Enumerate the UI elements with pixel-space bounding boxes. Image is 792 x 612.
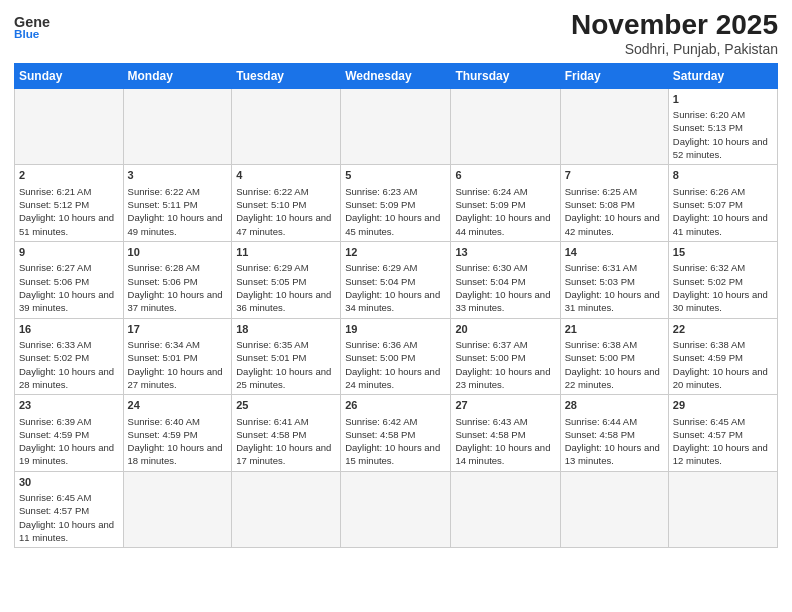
day-number: 11 — [236, 245, 336, 260]
day-number: 5 — [345, 168, 446, 183]
day-number: 21 — [565, 322, 664, 337]
day-number: 3 — [128, 168, 228, 183]
calendar-day: 5Sunrise: 6:23 AM Sunset: 5:09 PM Daylig… — [341, 165, 451, 242]
calendar-day — [232, 471, 341, 548]
day-number: 8 — [673, 168, 773, 183]
col-thursday: Thursday — [451, 63, 560, 88]
day-info: Sunrise: 6:43 AM Sunset: 4:58 PM Dayligh… — [455, 415, 555, 468]
calendar-day — [15, 88, 124, 165]
calendar-day — [341, 471, 451, 548]
day-info: Sunrise: 6:39 AM Sunset: 4:59 PM Dayligh… — [19, 415, 119, 468]
day-number: 28 — [565, 398, 664, 413]
day-number: 20 — [455, 322, 555, 337]
day-info: Sunrise: 6:24 AM Sunset: 5:09 PM Dayligh… — [455, 185, 555, 238]
day-info: Sunrise: 6:22 AM Sunset: 5:10 PM Dayligh… — [236, 185, 336, 238]
calendar-header-row: Sunday Monday Tuesday Wednesday Thursday… — [15, 63, 778, 88]
title-block: November 2025 Sodhri, Punjab, Pakistan — [571, 10, 778, 57]
calendar-week-row: 2Sunrise: 6:21 AM Sunset: 5:12 PM Daylig… — [15, 165, 778, 242]
day-number: 10 — [128, 245, 228, 260]
day-number: 16 — [19, 322, 119, 337]
calendar-day — [451, 88, 560, 165]
calendar-week-row: 30Sunrise: 6:45 AM Sunset: 4:57 PM Dayli… — [15, 471, 778, 548]
calendar-day: 12Sunrise: 6:29 AM Sunset: 5:04 PM Dayli… — [341, 241, 451, 318]
calendar-day: 27Sunrise: 6:43 AM Sunset: 4:58 PM Dayli… — [451, 395, 560, 472]
calendar-day: 29Sunrise: 6:45 AM Sunset: 4:57 PM Dayli… — [668, 395, 777, 472]
day-info: Sunrise: 6:29 AM Sunset: 5:05 PM Dayligh… — [236, 261, 336, 314]
day-number: 25 — [236, 398, 336, 413]
calendar-day: 24Sunrise: 6:40 AM Sunset: 4:59 PM Dayli… — [123, 395, 232, 472]
day-info: Sunrise: 6:38 AM Sunset: 4:59 PM Dayligh… — [673, 338, 773, 391]
calendar-day: 26Sunrise: 6:42 AM Sunset: 4:58 PM Dayli… — [341, 395, 451, 472]
day-info: Sunrise: 6:22 AM Sunset: 5:11 PM Dayligh… — [128, 185, 228, 238]
day-number: 19 — [345, 322, 446, 337]
day-info: Sunrise: 6:21 AM Sunset: 5:12 PM Dayligh… — [19, 185, 119, 238]
day-info: Sunrise: 6:36 AM Sunset: 5:00 PM Dayligh… — [345, 338, 446, 391]
calendar-day — [560, 471, 668, 548]
svg-text:Blue: Blue — [14, 27, 40, 40]
col-friday: Friday — [560, 63, 668, 88]
calendar-day: 22Sunrise: 6:38 AM Sunset: 4:59 PM Dayli… — [668, 318, 777, 395]
calendar-day: 20Sunrise: 6:37 AM Sunset: 5:00 PM Dayli… — [451, 318, 560, 395]
day-info: Sunrise: 6:45 AM Sunset: 4:57 PM Dayligh… — [19, 491, 119, 544]
col-wednesday: Wednesday — [341, 63, 451, 88]
col-sunday: Sunday — [15, 63, 124, 88]
day-info: Sunrise: 6:41 AM Sunset: 4:58 PM Dayligh… — [236, 415, 336, 468]
calendar-day — [232, 88, 341, 165]
day-number: 2 — [19, 168, 119, 183]
day-info: Sunrise: 6:37 AM Sunset: 5:00 PM Dayligh… — [455, 338, 555, 391]
col-saturday: Saturday — [668, 63, 777, 88]
day-number: 6 — [455, 168, 555, 183]
calendar-day — [451, 471, 560, 548]
location: Sodhri, Punjab, Pakistan — [571, 41, 778, 57]
day-info: Sunrise: 6:35 AM Sunset: 5:01 PM Dayligh… — [236, 338, 336, 391]
day-number: 4 — [236, 168, 336, 183]
page: General Blue November 2025 Sodhri, Punja… — [0, 0, 792, 612]
calendar-week-row: 1Sunrise: 6:20 AM Sunset: 5:13 PM Daylig… — [15, 88, 778, 165]
day-info: Sunrise: 6:40 AM Sunset: 4:59 PM Dayligh… — [128, 415, 228, 468]
calendar-week-row: 23Sunrise: 6:39 AM Sunset: 4:59 PM Dayli… — [15, 395, 778, 472]
calendar-day: 16Sunrise: 6:33 AM Sunset: 5:02 PM Dayli… — [15, 318, 124, 395]
day-info: Sunrise: 6:25 AM Sunset: 5:08 PM Dayligh… — [565, 185, 664, 238]
month-year: November 2025 — [571, 10, 778, 41]
day-number: 13 — [455, 245, 555, 260]
calendar-day — [123, 88, 232, 165]
calendar-day: 25Sunrise: 6:41 AM Sunset: 4:58 PM Dayli… — [232, 395, 341, 472]
calendar-day: 8Sunrise: 6:26 AM Sunset: 5:07 PM Daylig… — [668, 165, 777, 242]
day-info: Sunrise: 6:31 AM Sunset: 5:03 PM Dayligh… — [565, 261, 664, 314]
day-info: Sunrise: 6:26 AM Sunset: 5:07 PM Dayligh… — [673, 185, 773, 238]
day-number: 7 — [565, 168, 664, 183]
calendar: Sunday Monday Tuesday Wednesday Thursday… — [14, 63, 778, 548]
calendar-day: 7Sunrise: 6:25 AM Sunset: 5:08 PM Daylig… — [560, 165, 668, 242]
day-info: Sunrise: 6:32 AM Sunset: 5:02 PM Dayligh… — [673, 261, 773, 314]
day-number: 14 — [565, 245, 664, 260]
day-number: 18 — [236, 322, 336, 337]
calendar-day: 28Sunrise: 6:44 AM Sunset: 4:58 PM Dayli… — [560, 395, 668, 472]
day-info: Sunrise: 6:33 AM Sunset: 5:02 PM Dayligh… — [19, 338, 119, 391]
day-number: 26 — [345, 398, 446, 413]
day-info: Sunrise: 6:45 AM Sunset: 4:57 PM Dayligh… — [673, 415, 773, 468]
header: General Blue November 2025 Sodhri, Punja… — [14, 10, 778, 57]
day-info: Sunrise: 6:30 AM Sunset: 5:04 PM Dayligh… — [455, 261, 555, 314]
calendar-day: 4Sunrise: 6:22 AM Sunset: 5:10 PM Daylig… — [232, 165, 341, 242]
calendar-day — [341, 88, 451, 165]
day-number: 29 — [673, 398, 773, 413]
day-info: Sunrise: 6:42 AM Sunset: 4:58 PM Dayligh… — [345, 415, 446, 468]
col-tuesday: Tuesday — [232, 63, 341, 88]
calendar-day: 13Sunrise: 6:30 AM Sunset: 5:04 PM Dayli… — [451, 241, 560, 318]
day-number: 23 — [19, 398, 119, 413]
day-info: Sunrise: 6:44 AM Sunset: 4:58 PM Dayligh… — [565, 415, 664, 468]
day-info: Sunrise: 6:27 AM Sunset: 5:06 PM Dayligh… — [19, 261, 119, 314]
day-number: 1 — [673, 92, 773, 107]
day-info: Sunrise: 6:29 AM Sunset: 5:04 PM Dayligh… — [345, 261, 446, 314]
day-info: Sunrise: 6:34 AM Sunset: 5:01 PM Dayligh… — [128, 338, 228, 391]
calendar-day: 1Sunrise: 6:20 AM Sunset: 5:13 PM Daylig… — [668, 88, 777, 165]
col-monday: Monday — [123, 63, 232, 88]
calendar-day: 30Sunrise: 6:45 AM Sunset: 4:57 PM Dayli… — [15, 471, 124, 548]
day-info: Sunrise: 6:20 AM Sunset: 5:13 PM Dayligh… — [673, 108, 773, 161]
day-number: 9 — [19, 245, 119, 260]
calendar-day: 21Sunrise: 6:38 AM Sunset: 5:00 PM Dayli… — [560, 318, 668, 395]
calendar-day: 10Sunrise: 6:28 AM Sunset: 5:06 PM Dayli… — [123, 241, 232, 318]
day-info: Sunrise: 6:28 AM Sunset: 5:06 PM Dayligh… — [128, 261, 228, 314]
day-number: 15 — [673, 245, 773, 260]
calendar-day: 14Sunrise: 6:31 AM Sunset: 5:03 PM Dayli… — [560, 241, 668, 318]
